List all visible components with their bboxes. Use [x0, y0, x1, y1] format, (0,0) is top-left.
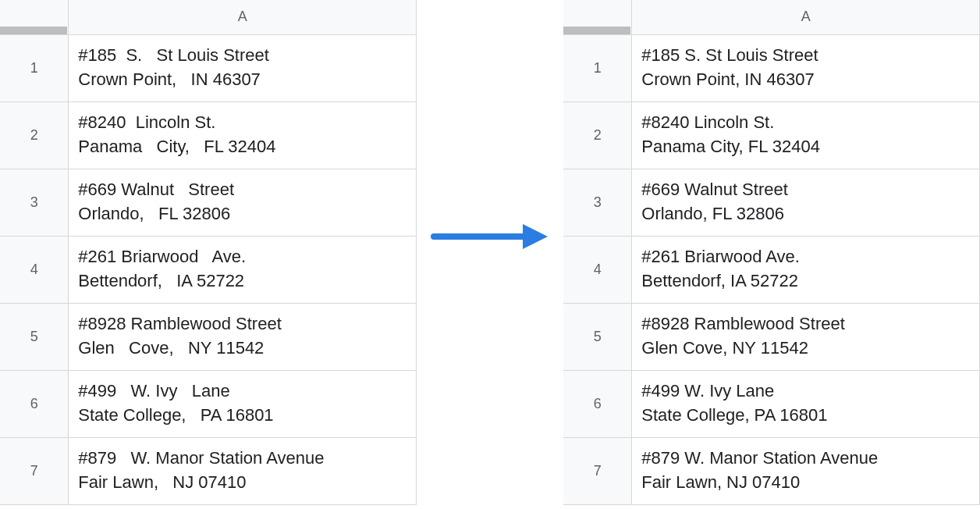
cell-a4[interactable]: #261 Briarwood Ave. Bettendorf, IA 52722	[69, 236, 417, 303]
cell-line: #879 W. Manor Station Avenue	[641, 447, 970, 471]
cell-line: #185 S. St Louis Street	[78, 44, 407, 68]
column-header-a[interactable]: A	[69, 0, 417, 34]
row-header[interactable]: 4	[563, 236, 632, 303]
cell-a5[interactable]: #8928 Ramblewood Street Glen Cove, NY 11…	[632, 303, 980, 370]
table-row: 3 #669 Walnut Street Orlando, FL 32806	[563, 169, 980, 236]
arrow-right-icon	[431, 221, 549, 252]
cell-line: Fair Lawn, NJ 07410	[641, 471, 970, 495]
table-row: 2 #8240 Lincoln St. Panama City, FL 3240…	[563, 101, 980, 169]
row-header[interactable]: 3	[563, 169, 632, 236]
header-row: A	[0, 0, 417, 34]
row-header[interactable]: 5	[0, 303, 69, 370]
table-row: 1 #185 S. St Louis Street Crown Point, I…	[563, 34, 980, 101]
table-row: 7 #879 W. Manor Station Avenue Fair Lawn…	[0, 437, 417, 504]
cell-a7[interactable]: #879 W. Manor Station Avenue Fair Lawn, …	[632, 437, 980, 504]
table-row: 3 #669 Walnut Street Orlando, FL 32806	[0, 169, 417, 236]
row-header[interactable]: 7	[563, 437, 632, 504]
row-header[interactable]: 2	[563, 101, 632, 169]
row-header[interactable]: 1	[0, 34, 69, 101]
cell-line: Panama City, FL 32404	[78, 135, 407, 159]
cell-a2[interactable]: #8240 Lincoln St. Panama City, FL 32404	[69, 101, 417, 169]
cell-line: #8928 Ramblewood Street	[78, 312, 407, 336]
cell-line: Glen Cove, NY 11542	[641, 336, 970, 361]
cell-line: Crown Point, IN 46307	[641, 68, 970, 92]
cell-line: #669 Walnut Street	[78, 178, 407, 202]
row-header[interactable]: 4	[0, 236, 69, 303]
cell-line: State College, PA 16801	[641, 404, 970, 428]
select-all-corner[interactable]	[563, 0, 632, 34]
cell-a3[interactable]: #669 Walnut Street Orlando, FL 32806	[69, 169, 417, 236]
spreadsheet-before: A 1 #185 S. St Louis Street Crown Point,…	[0, 0, 417, 505]
cell-line: #185 S. St Louis Street	[641, 44, 970, 68]
transform-arrow	[431, 221, 549, 252]
cell-line: #499 W. Ivy Lane	[641, 379, 970, 404]
corner-highlight	[0, 27, 67, 34]
cell-line: #8928 Ramblewood Street	[641, 312, 970, 336]
row-header[interactable]: 1	[563, 34, 632, 101]
cell-line: Fair Lawn, NJ 07410	[78, 471, 407, 495]
cell-a6[interactable]: #499 W. Ivy Lane State College, PA 16801	[632, 370, 980, 437]
header-row: A	[563, 0, 980, 34]
spreadsheet-after: A 1 #185 S. St Louis Street Crown Point,…	[563, 0, 980, 505]
column-header-a[interactable]: A	[632, 0, 980, 34]
table-row: 6 #499 W. Ivy Lane State College, PA 168…	[563, 370, 980, 437]
cell-a4[interactable]: #261 Briarwood Ave. Bettendorf, IA 52722	[632, 236, 980, 303]
table-row: 4 #261 Briarwood Ave. Bettendorf, IA 527…	[563, 236, 980, 303]
cell-line: #669 Walnut Street	[641, 178, 970, 202]
table-row: 1 #185 S. St Louis Street Crown Point, I…	[0, 34, 417, 101]
cell-line: #261 Briarwood Ave.	[641, 245, 970, 269]
cell-line: Panama City, FL 32404	[641, 135, 970, 159]
cell-a1[interactable]: #185 S. St Louis Street Crown Point, IN …	[69, 34, 417, 101]
row-header[interactable]: 6	[0, 370, 69, 437]
table-row: 5 #8928 Ramblewood Street Glen Cove, NY …	[0, 303, 417, 370]
cell-line: State College, PA 16801	[78, 404, 407, 428]
cell-line: Glen Cove, NY 11542	[78, 336, 407, 361]
table-row: 5 #8928 Ramblewood Street Glen Cove, NY …	[563, 303, 980, 370]
table-row: 6 #499 W. Ivy Lane State College, PA 168…	[0, 370, 417, 437]
cell-line: #8240 Lincoln St.	[641, 111, 970, 135]
corner-highlight	[563, 27, 630, 34]
cell-line: Orlando, FL 32806	[641, 202, 970, 226]
row-header[interactable]: 3	[0, 169, 69, 236]
select-all-corner[interactable]	[0, 0, 69, 34]
row-header[interactable]: 5	[563, 303, 632, 370]
cell-line: #261 Briarwood Ave.	[78, 245, 407, 269]
table-row: 7 #879 W. Manor Station Avenue Fair Lawn…	[563, 437, 980, 504]
table-row: 2 #8240 Lincoln St. Panama City, FL 3240…	[0, 101, 417, 169]
table-row: 4 #261 Briarwood Ave. Bettendorf, IA 527…	[0, 236, 417, 303]
cell-a5[interactable]: #8928 Ramblewood Street Glen Cove, NY 11…	[69, 303, 417, 370]
row-header[interactable]: 2	[0, 101, 69, 169]
cell-a3[interactable]: #669 Walnut Street Orlando, FL 32806	[632, 169, 980, 236]
cell-line: #499 W. Ivy Lane	[78, 379, 407, 404]
cell-line: Bettendorf, IA 52722	[78, 269, 407, 294]
row-header[interactable]: 6	[563, 370, 632, 437]
cell-line: #879 W. Manor Station Avenue	[78, 447, 407, 471]
row-header[interactable]: 7	[0, 437, 69, 504]
cell-line: Bettendorf, IA 52722	[641, 269, 970, 294]
cell-line: Crown Point, IN 46307	[78, 68, 407, 92]
svg-marker-1	[523, 224, 548, 249]
cell-line: #8240 Lincoln St.	[78, 111, 407, 135]
cell-line: Orlando, FL 32806	[78, 202, 407, 226]
cell-a1[interactable]: #185 S. St Louis Street Crown Point, IN …	[632, 34, 980, 101]
cell-a7[interactable]: #879 W. Manor Station Avenue Fair Lawn, …	[69, 437, 417, 504]
cell-a2[interactable]: #8240 Lincoln St. Panama City, FL 32404	[632, 101, 980, 169]
cell-a6[interactable]: #499 W. Ivy Lane State College, PA 16801	[69, 370, 417, 437]
